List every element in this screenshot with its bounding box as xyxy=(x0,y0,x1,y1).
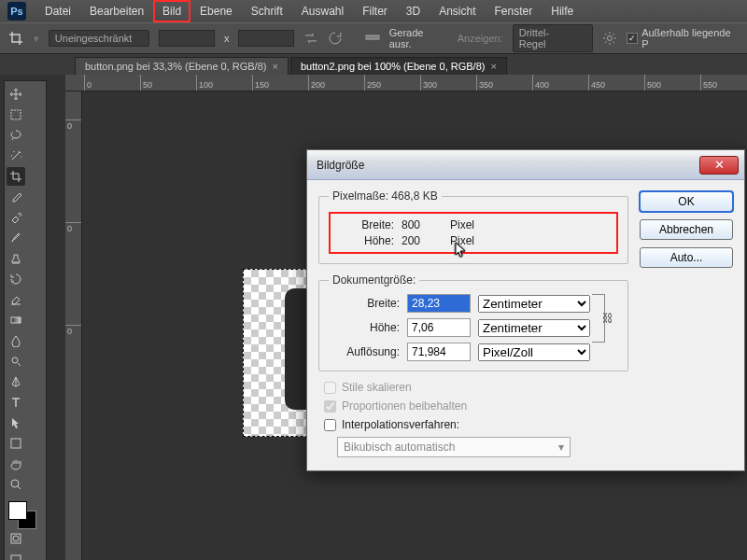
doc-height-label: Höhe: xyxy=(329,321,400,334)
crop-width-field[interactable] xyxy=(159,30,215,47)
px-height-value: 200 xyxy=(402,234,443,247)
menu-bar: Ps DateiBearbeitenBildEbeneSchriftAuswah… xyxy=(0,0,747,22)
svg-point-6 xyxy=(11,480,19,487)
highlighted-pixel-dims: Breite: 800 Pixel Höhe: 200 Pixel xyxy=(329,212,618,254)
constrain-link-icon[interactable] xyxy=(592,294,605,343)
px-width-unit: Pixel xyxy=(450,218,474,231)
move-tool[interactable] xyxy=(7,85,25,104)
px-height-label: Höhe: xyxy=(347,234,394,247)
color-swatches[interactable] xyxy=(7,499,44,527)
options-bar: ▾ Uneingeschränkt x Gerade ausr. Anzeige… xyxy=(0,22,747,54)
svg-rect-5 xyxy=(11,439,21,448)
menu-item-3d[interactable]: 3D xyxy=(397,0,430,22)
document-size-group: Dokumentgröße: Breite: Zentimeter Höhe: … xyxy=(318,273,628,371)
doc-width-unit-select[interactable]: Zentimeter xyxy=(478,295,590,313)
menu-item-schrift[interactable]: Schrift xyxy=(242,0,292,22)
aspect-ratio-dropdown[interactable]: Uneingeschränkt xyxy=(49,30,150,47)
show-label: Anzeigen: xyxy=(458,33,503,44)
dialog-titlebar[interactable]: Bildgröße ✕ xyxy=(307,150,744,180)
menu-item-ansicht[interactable]: Ansicht xyxy=(430,0,485,22)
menu-item-hilfe[interactable]: Hilfe xyxy=(542,0,583,22)
svg-rect-2 xyxy=(11,110,21,119)
document-size-legend: Dokumentgröße: xyxy=(329,273,419,287)
screen-mode-icon[interactable] xyxy=(7,550,25,560)
delete-outside-checkbox[interactable]: ✓ Außerhalb liegende P xyxy=(627,27,740,49)
history-brush-tool[interactable] xyxy=(7,270,25,288)
svg-point-1 xyxy=(608,35,613,40)
brush-tool[interactable] xyxy=(7,229,25,247)
hand-tool[interactable] xyxy=(7,455,25,473)
tab-close-icon[interactable]: × xyxy=(272,61,277,72)
pixel-dimensions-legend: Pixelmaße: 468,8 KB xyxy=(329,189,442,203)
menu-item-bild[interactable]: Bild xyxy=(153,0,190,22)
menu-item-filter[interactable]: Filter xyxy=(353,0,397,22)
doc-height-input[interactable] xyxy=(407,318,471,337)
zoom-tool[interactable] xyxy=(7,475,25,494)
pen-tool[interactable] xyxy=(7,372,25,391)
quick-mask-icon[interactable] xyxy=(7,529,25,548)
blur-tool[interactable] xyxy=(7,331,25,350)
clear-icon[interactable] xyxy=(328,31,343,46)
crop-tool-icon[interactable] xyxy=(7,30,24,47)
doc-height-unit-select[interactable]: Zentimeter xyxy=(478,319,590,337)
px-width-label: Breite: xyxy=(347,218,394,231)
menu-item-datei[interactable]: Datei xyxy=(35,0,80,22)
eraser-tool[interactable] xyxy=(7,290,25,309)
document-tab[interactable]: button2.png bei 100% (Ebene 0, RGB/8)× xyxy=(290,57,507,75)
foreground-swatch[interactable] xyxy=(8,501,27,520)
stamp-tool[interactable] xyxy=(7,249,25,268)
straighten-label[interactable]: Gerade ausr. xyxy=(389,27,448,49)
straighten-icon[interactable] xyxy=(365,30,380,47)
toolbox xyxy=(4,80,47,560)
menu-item-bearbeiten[interactable]: Bearbeiten xyxy=(80,0,153,22)
resolution-unit-select[interactable]: Pixel/Zoll xyxy=(478,343,590,361)
type-tool[interactable] xyxy=(7,393,25,412)
ruler-vertical: 000 xyxy=(65,91,82,560)
dodge-tool[interactable] xyxy=(7,352,25,371)
menu-item-fenster[interactable]: Fenster xyxy=(486,0,543,22)
ruler-horizontal: 050100150200250300350400450500550 xyxy=(65,75,747,91)
eyedropper-tool[interactable] xyxy=(7,188,25,206)
auto-button[interactable]: Auto... xyxy=(640,247,733,268)
scale-styles-checkbox: Stile skalieren xyxy=(324,381,628,394)
image-size-dialog: Bildgröße ✕ Pixelmaße: 468,8 KB Breite: … xyxy=(306,149,745,471)
document-tab-bar: button.png bei 33,3% (Ebene 0, RGB/8)×bu… xyxy=(0,54,747,75)
healing-tool[interactable] xyxy=(7,208,25,227)
dialog-title: Bildgröße xyxy=(317,159,699,172)
resolution-input[interactable] xyxy=(407,343,471,361)
overlay-dropdown[interactable]: Drittel-Regel xyxy=(513,24,594,52)
pixel-dimensions-group: Pixelmaße: 468,8 KB Breite: 800 Pixel Hö… xyxy=(318,189,628,264)
lasso-tool[interactable] xyxy=(7,126,25,145)
document-tab[interactable]: button.png bei 33,3% (Ebene 0, RGB/8)× xyxy=(75,57,289,75)
crop-tool[interactable] xyxy=(7,167,25,186)
path-select-tool[interactable] xyxy=(7,413,25,432)
cancel-button[interactable]: Abbrechen xyxy=(640,219,733,240)
gradient-tool[interactable] xyxy=(7,311,25,329)
wand-tool[interactable] xyxy=(7,147,25,165)
menu-item-ebene[interactable]: Ebene xyxy=(190,0,242,22)
close-button[interactable]: ✕ xyxy=(699,156,739,175)
doc-width-label: Breite: xyxy=(329,297,400,310)
marquee-tool[interactable] xyxy=(7,105,25,124)
resample-checkbox[interactable]: Interpolationsverfahren: xyxy=(324,418,628,431)
crop-height-field[interactable] xyxy=(238,30,294,47)
tab-close-icon[interactable]: × xyxy=(490,61,496,72)
constrain-proportions-checkbox: Proportionen beibehalten xyxy=(324,399,628,413)
resample-method-dropdown: Bikubisch automatisch▾ xyxy=(337,437,571,457)
svg-rect-3 xyxy=(11,317,21,323)
doc-width-input[interactable] xyxy=(407,294,471,313)
svg-rect-9 xyxy=(11,555,21,560)
ok-button[interactable]: OK xyxy=(640,191,733,212)
menu-item-auswahl[interactable]: Auswahl xyxy=(292,0,353,22)
delete-outside-label: Außerhalb liegende P xyxy=(641,27,740,49)
swap-icon[interactable] xyxy=(303,31,318,46)
px-width-value: 800 xyxy=(402,218,443,231)
gear-icon[interactable] xyxy=(602,31,617,46)
svg-point-4 xyxy=(12,357,18,363)
x-separator: x xyxy=(224,33,230,44)
px-height-unit: Pixel xyxy=(450,234,474,247)
shape-tool[interactable] xyxy=(7,434,25,453)
resolution-label: Auflösung: xyxy=(329,345,400,358)
app-logo: Ps xyxy=(7,2,26,21)
svg-point-8 xyxy=(13,536,19,541)
